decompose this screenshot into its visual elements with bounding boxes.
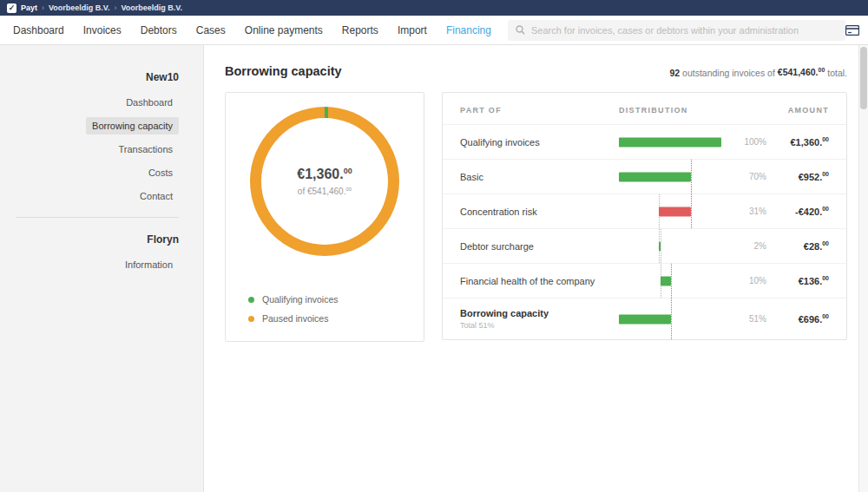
brand-name: Payt — [21, 3, 37, 12]
row-label: Financial health of the company — [460, 276, 619, 286]
waterfall-connector — [691, 160, 692, 194]
legend-label: Paused invoices — [262, 313, 328, 324]
sidebar-item-dashboard[interactable]: Dashboard — [0, 97, 179, 108]
distribution-bar — [659, 207, 691, 216]
sidebar: New10DashboardBorrowing capacityTransact… — [0, 45, 204, 492]
legend-item-qualifying-invoices: Qualifying invoices — [248, 294, 339, 305]
main-content: Borrowing capacity 92 outstanding invoic… — [204, 45, 868, 492]
table-row-concentration-risk: Concentration risk31%-€420.00 — [443, 194, 846, 228]
row-percent: 51% — [727, 314, 766, 324]
sidebar-item-label: Borrowing capacity — [86, 117, 179, 134]
row-amount-main: -€420. — [795, 207, 822, 217]
sidebar-item-label: Dashboard — [120, 94, 179, 111]
row-label-text: Financial health of the company — [460, 276, 619, 286]
row-amount-cents: 00 — [822, 206, 829, 212]
nav-item-online-payments[interactable]: Online payments — [235, 16, 332, 44]
distribution-bar — [619, 172, 691, 181]
legend-item-paused-invoices: Paused invoices — [248, 313, 339, 324]
nav-item-dashboard[interactable]: Dashboard — [3, 16, 74, 44]
row-amount: €952.00 — [766, 171, 829, 182]
scrollbar-thumb[interactable] — [860, 47, 867, 109]
nav-item-financing[interactable]: Financing — [437, 16, 501, 44]
waterfall-connector — [671, 298, 672, 339]
row-percent: 10% — [727, 276, 766, 285]
donut-center-value: €1,360.00 — [297, 167, 352, 182]
top-bar: ✓ Payt › Voorbeeldig B.V. › Voorbeeldig … — [0, 0, 868, 16]
distribution-bar-area — [619, 160, 721, 194]
sidebar-item-transactions[interactable]: Transactions — [0, 144, 179, 154]
waterfall-connector — [691, 194, 692, 228]
payt-logo-icon: ✓ — [7, 3, 16, 13]
outstanding-summary: 92 outstanding invoices of €541,460.00 t… — [669, 67, 847, 78]
table-row-debtor-surcharge: Debtor surcharge2%€28.00 — [443, 228, 846, 263]
table-row-qualifying-invoices: Qualifying invoices100%€1,360.00 — [443, 124, 846, 159]
row-amount: €136.00 — [766, 275, 829, 286]
donut-card: €1,360.00 of €541,460.00 Qualifying invo… — [225, 92, 424, 342]
nav-item-debtors[interactable]: Debtors — [131, 16, 187, 44]
nav-item-import[interactable]: Import — [388, 16, 437, 44]
header-distribution: Distribution — [619, 106, 727, 115]
distribution-bar-area — [619, 264, 721, 298]
breadcrumb-company[interactable]: Voorbeeldig B.V. — [122, 3, 183, 12]
nav-item-reports[interactable]: Reports — [332, 16, 388, 44]
table-body: Qualifying invoices100%€1,360.00Basic70%… — [443, 124, 846, 339]
row-amount-main: €1,360. — [791, 137, 823, 148]
header-amount: Amount — [766, 106, 829, 115]
borrowing-donut-chart: €1,360.00 of €541,460.00 — [250, 107, 399, 256]
distribution-bar — [619, 137, 721, 147]
sidebar-item-label: Costs — [142, 164, 179, 181]
sidebar-item-borrowing-capacity[interactable]: Borrowing capacity — [0, 121, 179, 131]
page-title: Borrowing capacity — [225, 64, 342, 78]
breadcrumb-separator: › — [115, 3, 117, 12]
row-amount-main: €696. — [799, 314, 823, 325]
search-box[interactable] — [508, 20, 845, 41]
row-amount-main: €28. — [804, 241, 822, 252]
breadcrumb-separator: › — [42, 3, 44, 12]
breadcrumb-administration[interactable]: Voorbeeldig B.V. — [49, 3, 110, 12]
sidebar-section-title-new10: New10 — [0, 71, 179, 83]
distribution-bar — [619, 314, 671, 324]
distribution-bar-area — [619, 194, 721, 228]
sidebar-item-contact[interactable]: Contact — [0, 191, 179, 201]
search-input[interactable] — [531, 25, 838, 36]
distribution-bar — [659, 241, 661, 251]
main-nav: DashboardInvoicesDebtorsCasesOnline paym… — [0, 16, 868, 45]
credit-card-icon[interactable] — [845, 25, 859, 36]
row-percent: 100% — [727, 137, 766, 147]
sidebar-item-costs[interactable]: Costs — [0, 167, 179, 178]
outstanding-count: 92 — [669, 67, 680, 77]
table-row-basic: Basic70%€952.00 — [443, 159, 846, 194]
row-amount-cents: 00 — [822, 136, 829, 142]
sidebar-item-label: Contact — [134, 187, 179, 205]
nav-item-cases[interactable]: Cases — [187, 16, 235, 44]
row-label-text: Qualifying invoices — [460, 137, 619, 148]
nav-items: DashboardInvoicesDebtorsCasesOnline paym… — [3, 16, 501, 44]
sidebar-divider — [16, 217, 179, 218]
sidebar-item-information[interactable]: Information — [0, 259, 179, 270]
legend-dot-icon — [248, 297, 254, 303]
row-amount-cents: 00 — [822, 240, 829, 246]
row-label-text: Basic — [460, 172, 619, 182]
waterfall-connector — [671, 264, 672, 298]
vertical-scrollbar[interactable] — [858, 45, 868, 492]
row-amount-main: €136. — [799, 276, 823, 286]
row-label-subtext: Total 51% — [460, 321, 619, 330]
row-label: Basic — [460, 172, 619, 182]
row-label: Concentration risk — [460, 207, 619, 217]
nav-item-invoices[interactable]: Invoices — [74, 16, 131, 44]
row-amount: €696.00 — [766, 313, 829, 325]
distribution-bar-area — [619, 229, 721, 263]
row-amount: €28.00 — [766, 240, 829, 252]
row-percent: 2% — [727, 241, 766, 251]
distribution-bar-area — [619, 298, 721, 339]
row-amount: €1,360.00 — [766, 136, 829, 148]
header-part-of: Part of — [460, 106, 619, 115]
sidebar-section-title-floryn: Floryn — [0, 233, 179, 246]
row-label: Borrowing capacityTotal 51% — [460, 308, 619, 330]
donut-center-subtext: of €541,460.00 — [298, 187, 352, 196]
table-row-borrowing-capacity: Borrowing capacityTotal 51%51%€696.00 — [443, 298, 846, 339]
row-amount-cents: 00 — [822, 171, 829, 177]
distribution-card: Part of Distribution Amount Qualifying i… — [442, 92, 847, 340]
row-label-text: Concentration risk — [460, 207, 619, 217]
distribution-bar — [661, 276, 671, 285]
